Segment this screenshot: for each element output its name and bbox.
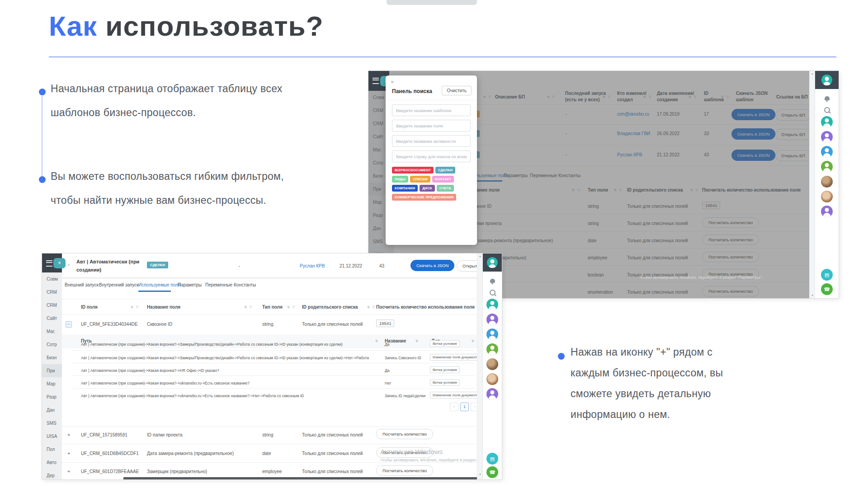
sort-filter-icon[interactable]: ⇅ ▽ — [367, 305, 376, 309]
user-photo-avatar[interactable] — [486, 358, 498, 370]
clear-button[interactable]: Очистить — [442, 86, 472, 95]
sidebar-item[interactable]: Пол — [42, 443, 62, 456]
sidebar-item[interactable]: Авто — [42, 456, 62, 469]
expand-field-button[interactable]: + — [67, 432, 70, 437]
tag-lists[interactable]: СПИСКИ — [410, 176, 430, 183]
sidebar-item[interactable]: Сотр — [42, 338, 62, 351]
tab-used-fields[interactable]: Используемые поля — [138, 282, 180, 287]
phone-button[interactable]: ☎ — [486, 466, 498, 478]
field-name-input[interactable] — [392, 120, 471, 131]
collapse-field-button[interactable]: − — [66, 321, 72, 328]
sort-icon[interactable]: ⇅ — [375, 339, 379, 343]
pagination-prev[interactable]: ‹ — [450, 403, 458, 411]
phone-button[interactable]: ☎ — [821, 283, 833, 295]
profile-avatar[interactable] — [815, 71, 839, 89]
bullet-text-line: Вы можете воспользоваться гибким фильтро… — [51, 170, 284, 183]
tab-internal-start[interactable]: Внутренний запуск — [99, 282, 139, 287]
sidebar-item[interactable]: Маг. — [42, 325, 62, 338]
tab-variables[interactable]: Переменные — [205, 282, 232, 287]
tab-constants[interactable]: Константы — [234, 282, 256, 287]
sidebar-item[interactable]: CRM — [42, 299, 62, 312]
user-avatar-icon[interactable] — [486, 328, 498, 340]
expand-field-button[interactable]: + — [67, 469, 70, 474]
count-usage-button[interactable]: Посчитать количество — [376, 465, 433, 476]
column-header[interactable]: Тип поля — [262, 305, 283, 310]
user-avatar-icon[interactable] — [487, 257, 498, 268]
sidebar-item[interactable]: Разр — [42, 390, 62, 404]
menu-icon[interactable] — [373, 78, 379, 84]
user-photo-avatar[interactable] — [821, 191, 833, 202]
app-sidebar: Совм CRM CRM Сайт Маг. Сотр Бизн При Мар… — [42, 272, 62, 479]
divider — [386, 100, 477, 100]
column-header[interactable]: Название поля — [147, 305, 180, 310]
cell-parent-list: Только для списочных полей — [302, 469, 363, 474]
search-icon[interactable] — [824, 107, 830, 113]
bullet-dot — [39, 176, 46, 183]
tag-bizprocdocument[interactable]: BIZPROCDOCUMENT — [392, 167, 434, 174]
template-name-input[interactable] — [392, 104, 471, 116]
helpdesk-button[interactable]: ▤ — [486, 453, 498, 465]
sidebar-item[interactable]: UISA — [42, 430, 62, 443]
user-avatar-icon[interactable] — [821, 131, 833, 143]
user-avatar-icon[interactable] — [821, 75, 832, 85]
windows-watermark: Чтобы активировать Windows, перейдите в … — [640, 275, 763, 280]
bell-icon[interactable] — [825, 96, 830, 100]
sort-filter-icon[interactable]: ⇅ ▽ — [244, 305, 253, 309]
tag-quotes[interactable]: КОММЕРЧЕСКИЕ ПРЕДЛОЖЕНИЯ — [392, 194, 456, 201]
tag-invoices[interactable]: СЧЕТА — [437, 185, 454, 192]
user-avatar-icon[interactable] — [486, 314, 498, 325]
collapse-row-icon[interactable]: − — [67, 263, 70, 267]
column-header[interactable]: ID родительского списка — [302, 305, 358, 310]
helpdesk-button[interactable]: ▤ — [821, 269, 833, 281]
sort-filter-icon[interactable]: ⇅ ▽ — [287, 305, 296, 309]
column-header[interactable]: ID поля — [81, 305, 98, 310]
user-avatar-icon[interactable] — [486, 343, 498, 355]
sidebar-item[interactable]: SMS — [42, 417, 62, 430]
sidebar-item[interactable]: Дер — [42, 469, 62, 479]
tag-companies[interactable]: КОМПАНИИ — [392, 185, 418, 192]
user-avatar-icon[interactable] — [821, 206, 833, 217]
sidebar-item[interactable]: Сайт — [42, 312, 62, 325]
bullet-connector-line — [42, 96, 42, 176]
cell-author-link[interactable]: Руслан КРВ — [300, 263, 325, 268]
user-avatar-icon[interactable] — [821, 116, 833, 128]
fulltext-search-input[interactable] — [392, 150, 471, 162]
search-icon[interactable] — [490, 290, 495, 296]
bp-title: создании) — [76, 267, 101, 272]
activity-type-chip: Изменение поля документа — [430, 392, 482, 399]
user-photo-avatar[interactable] — [486, 373, 498, 385]
sidebar-item[interactable]: Дан — [42, 404, 62, 417]
count-usage-button[interactable]: Посчитать количество — [376, 429, 433, 439]
sidebar-item[interactable]: Мар — [42, 377, 62, 390]
activity-name-input[interactable] — [392, 135, 471, 147]
sort-icon[interactable]: ⇅ — [472, 339, 475, 343]
sidebar-item[interactable]: Бизн — [42, 351, 62, 364]
tag-leads[interactable]: ЛИДЫ — [392, 176, 408, 183]
bell-icon[interactable] — [490, 279, 495, 283]
tag-disk[interactable]: ДИСК — [420, 185, 435, 192]
user-avatar-icon[interactable] — [821, 161, 833, 173]
user-photo-avatar[interactable] — [821, 176, 833, 188]
user-avatar-icon[interactable] — [486, 388, 498, 400]
sort-icon[interactable]: ⇅ — [415, 339, 419, 343]
close-icon[interactable]: × — [391, 79, 394, 85]
sidebar-item-active[interactable]: При — [42, 364, 62, 377]
column-header[interactable]: Посчитать количество использования поля — [376, 305, 475, 310]
sidebar-item[interactable]: Совм — [42, 272, 62, 286]
sort-filter-icon[interactable]: ⇅ ▽ — [131, 305, 139, 309]
download-json-button[interactable]: Скачать в JSON — [410, 260, 454, 271]
tab-parameters[interactable]: Параметры — [178, 282, 202, 287]
tab-external-start[interactable]: Внешний запуск — [65, 282, 99, 287]
expand-field-button[interactable]: + — [67, 450, 70, 456]
user-avatar-icon[interactable] — [486, 299, 498, 310]
user-avatar-icon[interactable] — [821, 146, 833, 158]
tag-deals[interactable]: СДЕЛКИ — [435, 167, 455, 174]
profile-avatar[interactable] — [483, 253, 502, 272]
tag-contact[interactable]: КОНТАКТ — [432, 176, 454, 183]
pagination-page[interactable]: 1 — [460, 403, 469, 411]
close-slider-button[interactable]: × — [53, 258, 66, 268]
menu-icon[interactable] — [46, 260, 52, 267]
cell-field-type: employee — [262, 469, 282, 474]
search-panel-title: Панель поиска — [392, 88, 432, 94]
sidebar-item[interactable]: CRM — [42, 286, 62, 299]
